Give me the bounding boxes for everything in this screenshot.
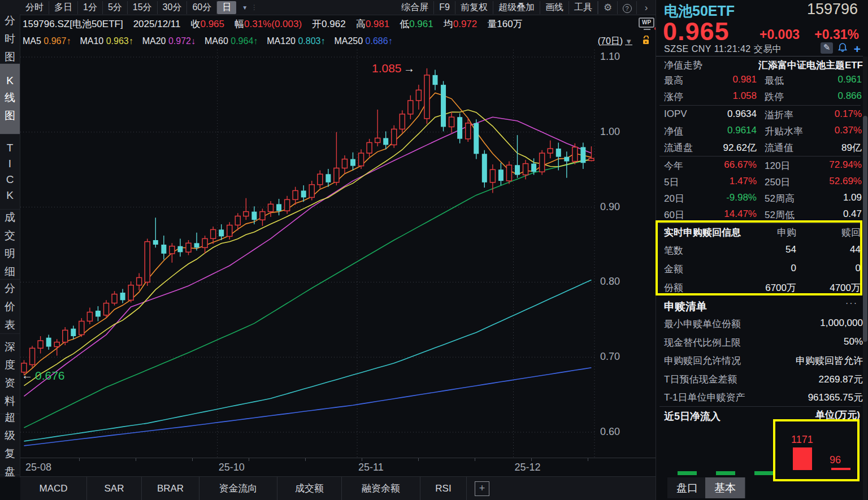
period-tab-group: 分时多日1分5分15分30分60分日 [20,1,238,14]
alert-bell-icon[interactable] [836,42,849,54]
x-axis-tick [305,458,306,461]
x-axis-label: 25-10 [219,462,245,473]
trade-date: 2025/12/11 [133,19,181,30]
indicator-tab-RSI[interactable]: RSI [420,477,467,500]
sidebar-item-分价表[interactable]: 分价表 [0,280,20,334]
add-watchlist-icon[interactable]: + [851,42,863,54]
tool-tab-画线[interactable]: 画线 [540,1,569,14]
period-tab-分时[interactable]: 分时 [20,1,49,14]
svg-text:→: → [403,62,415,75]
period-tab-30分[interactable]: 30分 [158,1,188,14]
indicator-tab-SAR[interactable]: SAR [87,477,142,500]
market-status: SZSE CNY 11:21:42 交易中 [664,44,782,55]
x-axis-tick [249,458,249,461]
net-inflow-bar-5 [831,468,850,470]
high-value: 高0.981 [356,18,390,31]
period-tab-60分[interactable]: 60分 [187,1,217,14]
tool-tab-综合屏[interactable]: 综合屏 [396,1,434,14]
avg-value: 均0.972 [444,18,478,31]
price-axis: 1.101.000.900.800.700.60 [598,50,654,458]
candlestick-chart[interactable]: 1.085→←0.676 [20,50,596,458]
low-value: 低0.961 [400,18,433,31]
indicator-tab-MACD[interactable]: MACD [20,477,87,500]
period-dropdown-icon[interactable]: ▼ [242,5,248,11]
x-axis-label: 25-08 [25,462,51,473]
x-axis-tick [192,458,193,461]
x-axis-tick [362,458,362,461]
period-tab-多日[interactable]: 多日 [49,1,78,14]
sidebar-item-深度资料[interactable]: 深度资料 [0,334,20,414]
ma-legend-MA20: MA20 0.972↓ [142,36,196,46]
ma-legend-MA10: MA10 0.963↑ [80,36,133,46]
close-value: 收0.965 [190,18,224,31]
help-icon[interactable]: ? [617,1,636,14]
indicator-tab-BRAR[interactable]: BRAR [142,477,199,500]
instrument-code: 159796 [807,1,858,18]
gear-icon[interactable]: ⚙ [598,1,617,14]
edit-pencil-icon[interactable]: ✎ [821,42,833,54]
ma-legend-MA60: MA60 0.964↑ [205,36,258,46]
sidebar-item-超级复盘[interactable]: 超级复盘 [0,414,20,475]
net-inflow-unit: 单位(万元) [815,408,860,421]
net-inflow-bar-4 [793,447,812,470]
redeem-list-title: 申赎清单 [664,299,863,314]
period-tab-日[interactable]: 日 [217,1,236,14]
x-axis-tick [79,458,80,461]
stat-row-5日: 5日1.47%250日52.69% [664,176,865,189]
panel-tab-基本[interactable]: 基本 [705,477,745,498]
subscribe-header: 实时申购赎回信息申购赎回 [664,226,863,239]
price-change: +0.003 [760,27,800,42]
stat-row-20日: 20日-9.98%52周高1.09 [664,192,865,205]
subscribe-row-金额: 金额00 [664,263,863,276]
stat-row-60日: 60日14.47%52周低0.47 [664,208,865,221]
svg-text:0.676: 0.676 [35,369,65,382]
sidebar-item-分时图[interactable]: 分时图 [0,14,20,64]
net-inflow-bar-2 [716,471,735,475]
tool-tab-工具[interactable]: 工具 [569,1,598,14]
tool-tab-前复权[interactable]: 前复权 [455,1,493,14]
redeem-row-申购赎回允许情况: 申购赎回允许情况申购赎回皆允许 [664,354,863,367]
y-axis-label: 0.80 [600,276,620,288]
y-axis-label: 0.90 [600,201,620,213]
sidebar-item-K线图[interactable]: K线图 [0,64,20,134]
redeem-row-现金替代比例上限: 现金替代比例上限50% [664,336,863,349]
redeem-row-T-1日单位申赎资产: T-1日单位申赎资产961365.75元 [664,391,863,404]
x-axis-tick [475,458,475,461]
panel-scrollbar-thumb[interactable] [863,116,867,342]
quote-panel: 电池50ETF 159796 0.965 +0.003 +0.31% SZSE … [656,0,868,500]
net-inflow-bar-1 [678,471,697,475]
period-tab-5分[interactable]: 5分 [103,1,128,14]
net-inflow-label: 1171 [791,434,813,446]
tool-tab-F9[interactable]: F9 [434,1,455,14]
wp-monitor-icon[interactable]: WP [639,18,656,31]
sidebar-item-成交明细[interactable]: 成交明细 [0,210,20,280]
sidebar-item-TICK[interactable]: TICK [0,134,20,210]
net-inflow-label: 96 [830,454,841,466]
add-indicator-icon[interactable]: + [475,481,489,496]
trading-terminal: 分时多日1分5分15分30分60分日 ▼ ⋮ 综合屏F9前复权超级叠加画线工具 … [0,0,868,500]
ma-legend-MA5: MA5 0.967↑ [23,36,71,46]
redeem-list-more-icon[interactable]: ··· [845,298,858,308]
svg-text:1.085: 1.085 [372,62,402,75]
tool-tab-超级叠加[interactable]: 超级叠加 [493,1,540,14]
period-tab-15分[interactable]: 15分 [128,1,158,14]
period-tab-1分[interactable]: 1分 [78,1,103,14]
indicator-tab-成交额[interactable]: 成交额 [277,477,342,500]
stat-row-净值: 净值0.9614升贴水率0.37% [664,125,865,138]
stat-row-流通盘: 流通盘92.62亿流通值89亿 [664,141,865,154]
svg-text:←: ← [21,369,33,381]
redeem-row-T日预估现金差额: T日预估现金差额2269.87元 [664,373,863,386]
range-selector[interactable]: (70日)▼ [598,36,632,47]
more-chevron-icon[interactable]: › [636,1,656,14]
price-change-pct: +0.31% [814,27,859,42]
unlock-icon[interactable] [641,36,651,47]
open-value: 开0.962 [312,18,346,31]
indicator-tab-资金流向[interactable]: 资金流向 [199,477,277,500]
indicator-tab-融资余额[interactable]: 融资余额 [342,477,420,500]
toolbar-separator-dots: ⋮ [251,3,258,11]
stat-row-涨停: 涨停1.058跌停0.866 [664,90,865,103]
symbol-label[interactable]: 159796.SZ[电池50ETF] [23,18,123,31]
top-toolbar: 分时多日1分5分15分30分60分日 ▼ ⋮ 综合屏F9前复权超级叠加画线工具 … [0,0,656,15]
y-axis-label: 1.00 [600,126,620,138]
panel-tab-盘口[interactable]: 盘口 [667,477,708,498]
